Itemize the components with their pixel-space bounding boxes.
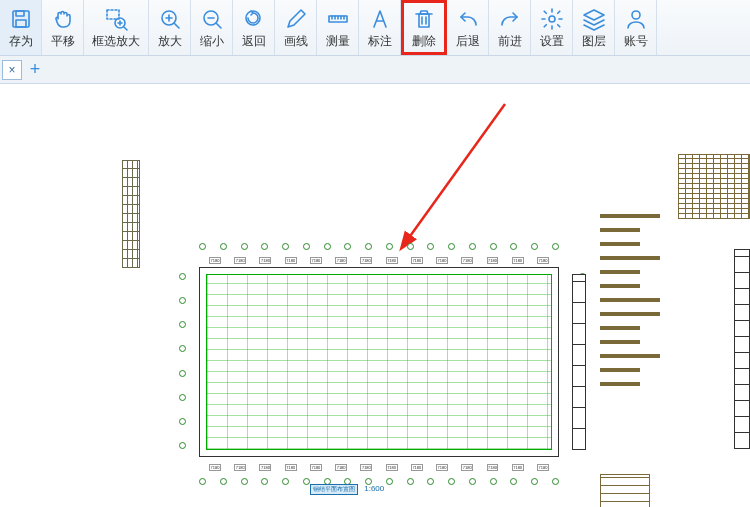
redo-button[interactable]: 前进 bbox=[489, 0, 531, 55]
annotate-button[interactable]: 标注 bbox=[359, 0, 401, 55]
svg-point-28 bbox=[632, 11, 640, 19]
annotation-strips bbox=[600, 214, 664, 396]
svg-point-26 bbox=[549, 16, 555, 22]
account-button[interactable]: 账号 bbox=[615, 0, 657, 55]
return-label: 返回 bbox=[242, 33, 266, 50]
gear-icon bbox=[540, 7, 564, 31]
floorplan-drawing: 7180718071807180718071807180718071807180… bbox=[185, 249, 580, 479]
redo-icon bbox=[498, 7, 522, 31]
delete-label: 删除 bbox=[412, 33, 436, 50]
svg-rect-3 bbox=[107, 10, 119, 19]
undo-label: 后退 bbox=[456, 33, 480, 50]
zoom-out-icon bbox=[200, 7, 224, 31]
settings-label: 设置 bbox=[540, 33, 564, 50]
zoom-window-icon bbox=[104, 7, 128, 31]
pencil-icon bbox=[284, 7, 308, 31]
user-icon bbox=[624, 7, 648, 31]
layers-label: 图层 bbox=[582, 33, 606, 50]
zoom-in-button[interactable]: 放大 bbox=[149, 0, 191, 55]
ruler-icon bbox=[326, 7, 350, 31]
return-icon bbox=[242, 7, 266, 31]
delete-button[interactable]: 删除 bbox=[401, 0, 447, 55]
return-button[interactable]: 返回 bbox=[233, 0, 275, 55]
svg-rect-1 bbox=[16, 11, 24, 16]
svg-line-30 bbox=[408, 104, 505, 239]
save-icon bbox=[9, 7, 33, 31]
far-right-column bbox=[734, 249, 750, 449]
measure-button[interactable]: 测量 bbox=[317, 0, 359, 55]
side-column-right bbox=[572, 274, 586, 450]
svg-line-9 bbox=[174, 23, 179, 28]
saveas-label: 存为 bbox=[9, 33, 33, 50]
right-small-table bbox=[600, 474, 650, 507]
layers-icon bbox=[582, 7, 606, 31]
zoomout-label: 缩小 bbox=[200, 33, 224, 50]
dim-labels-bottom: 7180718071807180718071807180718071807180… bbox=[209, 464, 549, 471]
drawing-title-tag: 钢结平面布置图 bbox=[310, 484, 358, 495]
redo-label: 前进 bbox=[498, 33, 522, 50]
text-icon bbox=[368, 7, 392, 31]
account-label: 账号 bbox=[624, 33, 648, 50]
svg-rect-23 bbox=[419, 14, 429, 27]
pan-label: 平移 bbox=[51, 33, 75, 50]
grid-bubbles-top bbox=[199, 243, 559, 250]
drawing-scale: 1:600 bbox=[364, 484, 384, 493]
drawing-title: 钢结平面布置图 1:600 bbox=[310, 484, 384, 495]
add-tab-button[interactable]: + bbox=[25, 60, 45, 80]
trash-icon bbox=[412, 7, 436, 31]
svg-line-13 bbox=[216, 23, 221, 28]
measure-label: 测量 bbox=[326, 33, 350, 50]
drawing-canvas[interactable]: 7180718071807180718071807180718071807180… bbox=[0, 84, 750, 507]
hand-icon bbox=[51, 7, 75, 31]
layers-button[interactable]: 图层 bbox=[573, 0, 615, 55]
dim-labels-top: 7180718071807180718071807180718071807180… bbox=[209, 257, 549, 264]
undo-button[interactable]: 后退 bbox=[447, 0, 489, 55]
toolbar: 存为 平移 框选放大 放大 缩小 返回 画线 测量 标注 删除 后退 bbox=[0, 0, 750, 56]
pan-button[interactable]: 平移 bbox=[42, 0, 84, 55]
svg-marker-27 bbox=[584, 10, 604, 20]
zoom-out-button[interactable]: 缩小 bbox=[191, 0, 233, 55]
saveas-button[interactable]: 存为 bbox=[0, 0, 42, 55]
grid-green-mesh bbox=[206, 274, 552, 450]
grid-outer-frame bbox=[199, 267, 559, 457]
callout-arrow bbox=[390, 94, 530, 254]
zoom-window-button[interactable]: 框选放大 bbox=[84, 0, 149, 55]
grid-bubbles-left bbox=[179, 273, 186, 449]
zoomwin-label: 框选放大 bbox=[92, 33, 140, 50]
drawline-label: 画线 bbox=[284, 33, 308, 50]
zoomin-label: 放大 bbox=[158, 33, 182, 50]
close-tab-button[interactable]: × bbox=[2, 60, 22, 80]
left-hatch-block bbox=[122, 160, 140, 268]
right-building-block bbox=[678, 154, 750, 219]
tab-bar: × + bbox=[0, 56, 750, 84]
svg-line-5 bbox=[124, 27, 127, 30]
svg-rect-2 bbox=[16, 20, 26, 27]
annotate-label: 标注 bbox=[368, 33, 392, 50]
undo-icon bbox=[456, 7, 480, 31]
zoom-in-icon bbox=[158, 7, 182, 31]
settings-button[interactable]: 设置 bbox=[531, 0, 573, 55]
drawline-button[interactable]: 画线 bbox=[275, 0, 317, 55]
